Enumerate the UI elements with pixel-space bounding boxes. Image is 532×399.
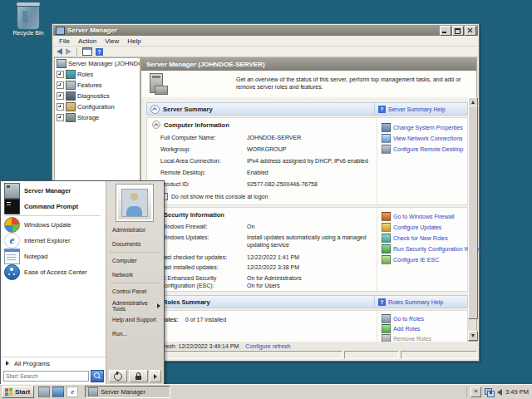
- help-icon[interactable]: [96, 48, 103, 56]
- server-summary-header[interactable]: Server Summary Server Summary Help: [146, 102, 468, 116]
- close-button[interactable]: [465, 26, 476, 36]
- start-item-command-prompt[interactable]: Command Prompt: [1, 199, 106, 214]
- toolbar: [53, 47, 478, 57]
- tree-root-server-manager[interactable]: Server Manager (JOHNDOE-SERVER): [55, 58, 140, 69]
- maximize-button[interactable]: [452, 26, 464, 36]
- console-logon-checkbox-row: Do not show me this console at logon: [160, 193, 371, 200]
- configure-refresh-link[interactable]: Configure refresh: [245, 343, 290, 349]
- start-item-run[interactable]: Run...: [106, 327, 164, 341]
- start-menu-right-column: Administrator Documents Computer Network…: [106, 181, 164, 384]
- expand-icon[interactable]: [57, 92, 64, 100]
- add-roles[interactable]: Add Roles: [382, 324, 420, 333]
- menu-view[interactable]: View: [101, 37, 123, 46]
- tree-item-storage[interactable]: Storage: [55, 112, 140, 123]
- content-header: Server Manager (JOHNDOE-SERVER): [141, 58, 476, 71]
- user-picture-frame[interactable]: [116, 184, 154, 222]
- menu-action[interactable]: Action: [74, 37, 101, 46]
- start-item-administrator[interactable]: Administrator: [106, 223, 164, 237]
- windows-logo-icon: [5, 388, 12, 397]
- scrollbar-thumb[interactable]: [468, 106, 478, 319]
- start-item-documents[interactable]: Documents: [106, 237, 164, 251]
- system-properties-icon: [382, 123, 391, 132]
- show-desktop-icon[interactable]: [52, 387, 64, 397]
- start-menu-separator: [6, 215, 101, 216]
- tree-item-diagnostics[interactable]: Diagnostics: [55, 91, 140, 101]
- start-item-network[interactable]: Network: [106, 268, 164, 282]
- taskbar-clock[interactable]: 3:49 PM: [505, 388, 529, 396]
- start-item-help-and-support[interactable]: Help and Support: [106, 313, 164, 327]
- roles-summary-help-link[interactable]: Roles Summary Help: [388, 299, 443, 305]
- internet-explorer-quicklaunch-icon[interactable]: [66, 387, 78, 397]
- tree-item-features[interactable]: Features: [55, 80, 140, 91]
- configure-ie-esc[interactable]: Configure IE ESC: [382, 255, 439, 264]
- server-summary-help-link[interactable]: Server Summary Help: [388, 106, 446, 112]
- command-prompt-icon: [4, 199, 20, 214]
- forward-icon[interactable]: [66, 48, 71, 55]
- start-item-computer[interactable]: Computer: [106, 254, 164, 268]
- start-menu: Server Manager Command Prompt Windows Up…: [0, 180, 165, 385]
- status-panel: [401, 351, 477, 359]
- start-item-windows-update[interactable]: Windows Update: [1, 217, 106, 233]
- scroll-down-button[interactable]: [468, 331, 478, 341]
- back-icon[interactable]: [57, 48, 62, 55]
- start-search-input[interactable]: [3, 371, 89, 382]
- tree-item-roles[interactable]: Roles: [55, 69, 140, 80]
- menu-help[interactable]: Help: [123, 37, 145, 46]
- go-to-roles[interactable]: Go to Roles: [382, 314, 424, 323]
- info-row: IE Enhanced Security Configuration (ESC)…: [160, 274, 371, 289]
- start-button[interactable]: Start: [2, 386, 34, 398]
- firewall-icon: [382, 212, 391, 221]
- server-manager-quicklaunch-icon[interactable]: [38, 387, 50, 397]
- volume-tray-icon[interactable]: [497, 389, 502, 396]
- roles-summary-header[interactable]: Roles Summary Roles Summary Help: [146, 295, 468, 308]
- menu-file[interactable]: File: [55, 37, 74, 46]
- window-titlebar[interactable]: Server Manager: [53, 25, 478, 36]
- start-item-notepad[interactable]: Notepad: [1, 249, 106, 264]
- vertical-scrollbar[interactable]: [468, 97, 476, 341]
- power-button[interactable]: [109, 370, 127, 382]
- roles-summary-links: Go to Roles Add Roles Remove Roles: [377, 311, 467, 344]
- all-programs[interactable]: All Programs: [1, 357, 106, 369]
- show-console-tree-icon[interactable]: [82, 47, 92, 56]
- updates-icon: [382, 223, 391, 232]
- collapse-icon[interactable]: [152, 121, 160, 129]
- taskbar-button-server-manager[interactable]: Server Manager: [85, 386, 170, 398]
- change-system-properties[interactable]: Change System Properties: [382, 123, 463, 132]
- roles-icon: [66, 70, 76, 79]
- status-panel: [344, 351, 399, 359]
- search-icon[interactable]: [91, 370, 104, 382]
- collapse-icon[interactable]: [150, 105, 160, 114]
- check-for-new-roles[interactable]: Check for New Roles: [382, 234, 448, 243]
- view-network-connections[interactable]: View Network Connections: [382, 134, 463, 143]
- shutdown-options-button[interactable]: [150, 370, 161, 382]
- overview-text: Get an overview of the status of this se…: [236, 76, 468, 91]
- expand-icon[interactable]: [57, 81, 64, 89]
- lock-button[interactable]: [129, 370, 147, 382]
- help-icon: [378, 106, 386, 113]
- tray-chevron-icon[interactable]: [470, 387, 481, 397]
- recycle-bin-shortcut[interactable]: Recycle Bin: [7, 3, 50, 36]
- start-item-administrative-tools[interactable]: Administrative Tools: [106, 298, 164, 313]
- configure-updates[interactable]: Configure Updates: [382, 223, 441, 232]
- expand-icon[interactable]: [57, 103, 64, 111]
- roles-summary-help[interactable]: Roles Summary Help: [374, 296, 467, 308]
- tree-item-configuration[interactable]: Configuration: [55, 101, 140, 112]
- expand-icon[interactable]: [57, 114, 64, 121]
- toolbar-separator: [76, 48, 77, 56]
- recycle-bin-icon: [17, 3, 40, 30]
- expand-icon[interactable]: [57, 71, 64, 78]
- server-summary-help[interactable]: Server Summary Help: [374, 103, 467, 115]
- info-row: Windows Updates: Install updates automat…: [160, 234, 371, 249]
- menu-bar: File Action View Help: [53, 36, 478, 47]
- start-item-internet-explorer[interactable]: Internet Explorer: [1, 233, 106, 249]
- internet-explorer-icon: [4, 233, 20, 249]
- minimize-button[interactable]: [440, 26, 451, 36]
- start-item-control-panel[interactable]: Control Panel: [106, 284, 164, 298]
- start-item-server-manager[interactable]: Server Manager: [1, 183, 106, 199]
- security-information-section: Security Information Windows Firewall: O…: [146, 207, 468, 292]
- help-icon: [378, 298, 386, 306]
- system-tray: 3:49 PM: [466, 387, 532, 397]
- go-to-windows-firewall[interactable]: Go to Windows Firewall: [382, 212, 455, 221]
- configure-remote-desktop[interactable]: Configure Remote Desktop: [382, 145, 463, 154]
- start-item-ease-of-access[interactable]: Ease of Access Center: [1, 264, 106, 280]
